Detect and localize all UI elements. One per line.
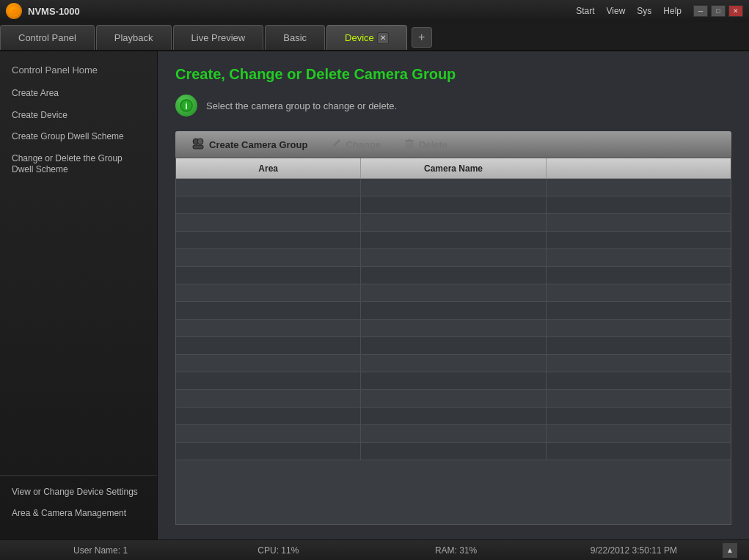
sidebar-item-create-device[interactable]: Create Device: [0, 105, 157, 127]
table-cell: [361, 196, 546, 213]
change-icon: [331, 139, 341, 151]
table-cell: [176, 425, 361, 442]
close-button[interactable]: ✕: [728, 5, 743, 17]
table-cell: [176, 408, 361, 424]
tab-bar: Control Panel Playback Live Preview Basi…: [0, 22, 749, 51]
table-row: [176, 232, 731, 249]
table-cell: [176, 355, 361, 372]
table-row: [176, 196, 731, 214]
table-cell: [547, 390, 731, 407]
delete-button[interactable]: Delete: [394, 135, 458, 155]
table-row: [176, 337, 731, 355]
delete-icon: [404, 139, 414, 151]
create-camera-group-icon: [191, 137, 205, 152]
sidebar-item-area-camera[interactable]: Area & Camera Management: [0, 503, 157, 525]
sidebar-item-create-area[interactable]: Create Area: [0, 83, 157, 105]
column-extra: [547, 158, 731, 178]
table-cell: [361, 179, 546, 196]
menu-help[interactable]: Help: [663, 6, 682, 16]
table-header: Area Camera Name: [176, 158, 731, 179]
status-arrow-up[interactable]: ▲: [723, 543, 737, 558]
table-cell: [547, 214, 731, 231]
table-row: [176, 214, 731, 232]
table-row: [176, 443, 731, 460]
svg-rect-7: [193, 145, 203, 149]
info-row: i Select the camera group to change or d…: [175, 95, 731, 117]
table-cell: [176, 337, 361, 354]
delete-label: Delete: [419, 139, 447, 150]
menu-sys[interactable]: Sys: [637, 6, 651, 16]
table-row: [176, 408, 731, 425]
table-row: [176, 425, 731, 443]
menu-view[interactable]: View: [607, 6, 626, 16]
table-row: [176, 372, 731, 390]
sidebar-spacer: [0, 181, 157, 475]
menu-start[interactable]: Start: [576, 6, 594, 16]
main-layout: Control Panel Home Create Area Create De…: [0, 51, 749, 539]
table-row: [176, 267, 731, 284]
table-cell: [361, 267, 546, 284]
tab-playback[interactable]: Playback: [96, 25, 172, 50]
sidebar-item-create-group-dwell[interactable]: Create Group Dwell Scheme: [0, 126, 157, 148]
table-cell: [547, 425, 731, 442]
table-cell: [361, 284, 546, 301]
app-logo: [6, 3, 22, 19]
table-cell: [547, 408, 731, 424]
change-button[interactable]: Change: [321, 135, 391, 155]
data-table: Area Camera Name: [175, 158, 731, 525]
column-area: Area: [176, 158, 361, 178]
tab-control-panel[interactable]: Control Panel: [0, 25, 95, 50]
table-cell: [361, 232, 546, 248]
sidebar-item-change-delete-dwell[interactable]: Change or Delete the Group Dwell Scheme: [0, 148, 157, 181]
table-cell: [361, 302, 546, 319]
table-cell: [176, 390, 361, 407]
table-cell: [547, 372, 731, 389]
table-cell: [176, 267, 361, 284]
table-cell: [176, 214, 361, 231]
table-cell: [176, 196, 361, 213]
create-camera-group-button[interactable]: Create Camera Group: [181, 133, 318, 156]
table-cell: [547, 355, 731, 372]
sidebar: Control Panel Home Create Area Create De…: [0, 51, 158, 539]
table-cell: [176, 179, 361, 196]
tab-device-close[interactable]: ✕: [377, 32, 389, 44]
table-cell: [361, 372, 546, 389]
title-menu: Start View Sys Help: [576, 6, 682, 16]
minimize-button[interactable]: ─: [693, 5, 708, 17]
table-row: [176, 355, 731, 372]
table-cell: [361, 390, 546, 407]
table-cell: [176, 320, 361, 336]
table-cell: [547, 232, 731, 248]
status-datetime: 9/22/2012 3:50:11 PM: [545, 545, 723, 556]
table-cell: [547, 302, 731, 319]
toolbar: Create Camera Group Change: [175, 131, 731, 158]
table-cell: [361, 443, 546, 460]
maximize-button[interactable]: □: [711, 5, 726, 17]
tab-basic-label: Basic: [283, 32, 307, 43]
app-title: NVMS-1000: [28, 6, 576, 17]
window-controls: ─ □ ✕: [693, 5, 743, 17]
table-cell: [361, 320, 546, 336]
table-cell: [176, 232, 361, 248]
svg-text:i: i: [185, 101, 187, 111]
tab-live-preview[interactable]: Live Preview: [173, 25, 264, 50]
table-cell: [361, 355, 546, 372]
table-row: [176, 320, 731, 337]
tab-basic[interactable]: Basic: [265, 25, 325, 50]
table-cell: [547, 179, 731, 196]
table-cell: [361, 249, 546, 266]
tab-playback-label: Playback: [114, 32, 153, 43]
table-cell: [176, 284, 361, 301]
table-cell: [176, 302, 361, 319]
add-tab-button[interactable]: +: [412, 27, 432, 48]
table-cell: [361, 337, 546, 354]
table-cell: [361, 425, 546, 442]
title-bar: NVMS-1000 Start View Sys Help ─ □ ✕: [0, 0, 749, 22]
status-ram: RAM: 31%: [368, 545, 545, 556]
sidebar-bottom: View or Change Device Settings Area & Ca…: [0, 475, 157, 531]
sidebar-home[interactable]: Control Panel Home: [0, 60, 157, 83]
tab-device[interactable]: Device ✕: [326, 25, 407, 50]
sidebar-item-view-change-device[interactable]: View or Change Device Settings: [0, 482, 157, 504]
table-cell: [547, 337, 731, 354]
info-icon: i: [175, 95, 197, 117]
